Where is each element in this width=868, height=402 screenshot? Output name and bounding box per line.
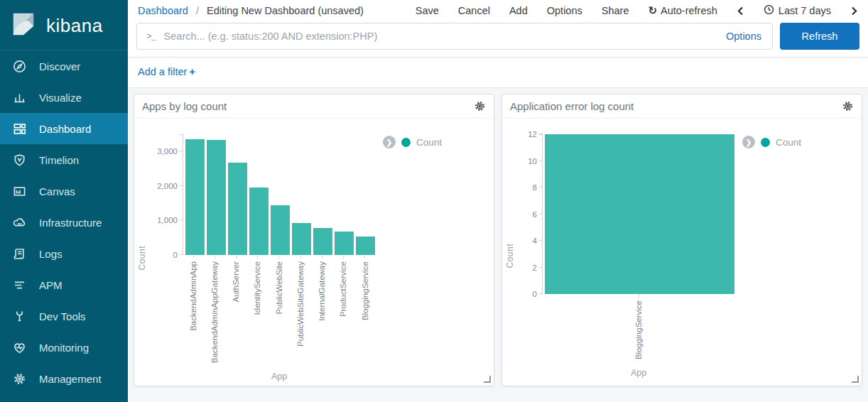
bar-IdentityService[interactable] xyxy=(249,188,268,255)
y-tick-mark xyxy=(539,187,543,188)
kibana-logo-icon xyxy=(10,11,37,40)
bar-PublicWebSiteGateway[interactable] xyxy=(292,223,311,255)
time-forward-chevron-right-icon[interactable] xyxy=(850,6,858,16)
plot-area xyxy=(542,134,735,294)
bar-BackendAdminApp[interactable] xyxy=(185,139,205,255)
filter-bar: Add a filter+ xyxy=(128,58,868,88)
x-axis-tick-labels: BloggingService xyxy=(542,294,735,359)
panel-header: Application error log count xyxy=(502,94,862,119)
x-axis-title: App xyxy=(542,368,735,378)
bar-PublicWebSite[interactable] xyxy=(271,205,290,255)
x-tick-mark xyxy=(215,256,215,259)
x-tick-mark xyxy=(322,256,322,259)
y-axis-top-tick-mark xyxy=(180,134,183,135)
x-tick-mark xyxy=(236,256,237,259)
refresh-circular-arrow-icon: ↻ xyxy=(648,4,657,17)
sidebar-item-management[interactable]: Management xyxy=(0,363,128,394)
save-button[interactable]: Save xyxy=(416,5,439,16)
x-tick-label: PublicWebSiteGateway xyxy=(296,261,305,347)
panel-apps-by-log-count: Apps by log count Count 01,0002,0003,000… xyxy=(134,94,494,386)
bar-BackendAdminAppGateway[interactable] xyxy=(207,140,226,255)
sidebar-item-dashboard[interactable]: Dashboard xyxy=(0,113,128,144)
options-menu-button[interactable]: Options xyxy=(547,5,582,16)
x-tick-cell: BloggingService xyxy=(542,295,735,359)
bar-BloggingService[interactable] xyxy=(356,237,375,255)
compass-icon xyxy=(12,59,26,73)
y-tick-mark xyxy=(180,151,183,151)
sidebar-item-monitoring[interactable]: Monitoring xyxy=(0,332,128,363)
cancel-button[interactable]: Cancel xyxy=(458,5,490,16)
panel-gear-icon[interactable] xyxy=(474,100,486,112)
y-axis-title: Count xyxy=(505,244,515,268)
sidebar-item-canvas[interactable]: Canvas xyxy=(0,175,128,207)
y-tick-label: 0 xyxy=(533,290,537,298)
chart-legend: ❯ Count xyxy=(742,134,801,148)
legend-series-dot-icon xyxy=(761,138,770,147)
sidebar-item-visualize[interactable]: Visualize xyxy=(0,82,128,113)
sidebar-item-timelion[interactable]: Timelion xyxy=(0,144,128,175)
search-input[interactable] xyxy=(164,31,718,42)
x-tick-cell: PublicWebSite xyxy=(268,256,290,363)
x-tick-cell: ProductService xyxy=(333,256,354,363)
panel-application-error-log-count: Application error log count Count 024681… xyxy=(501,94,862,386)
refresh-button[interactable]: Refresh xyxy=(780,23,859,50)
dashboard-grid-icon xyxy=(12,121,26,136)
bar-ProductService[interactable] xyxy=(335,232,354,255)
y-tick-mark xyxy=(180,254,183,255)
x-tick-cell: InternalGateway xyxy=(311,256,332,363)
time-range-picker[interactable]: Last 7 days xyxy=(764,4,831,17)
panel-resize-handle-icon[interactable] xyxy=(484,376,491,383)
y-axis-tick-labels: 01,0002,0003,000 xyxy=(150,134,183,255)
bar-chart-icon xyxy=(12,90,26,104)
legend-chevron-right-icon[interactable]: ❯ xyxy=(383,136,396,148)
search-bar-row: >_ Options Refresh xyxy=(128,20,868,57)
y-axis-title: Count xyxy=(137,246,147,271)
sidebar-item-label: Visualize xyxy=(39,92,82,104)
query-options-link[interactable]: Options xyxy=(726,31,763,42)
lines-icon xyxy=(12,278,26,292)
panel-gear-icon[interactable] xyxy=(842,100,854,112)
y-tick-label: 8 xyxy=(533,183,537,192)
y-tick-mark xyxy=(539,161,543,161)
x-tick-mark xyxy=(278,256,279,259)
panel-title: Application error log count xyxy=(510,100,634,112)
y-tick-label: 3,000 xyxy=(157,147,178,156)
bar-BloggingService[interactable] xyxy=(545,134,734,294)
y-tick-mark xyxy=(539,240,543,241)
kibana-logo[interactable]: kibana xyxy=(0,0,128,50)
sidebar-item-logs[interactable]: Logs xyxy=(0,238,128,269)
legend-series-label[interactable]: Count xyxy=(776,137,801,148)
sidebar-item-label: Dashboard xyxy=(39,123,91,135)
clock-icon xyxy=(764,4,774,17)
y-tick-label: 0 xyxy=(173,251,178,259)
legend-chevron-right-icon[interactable]: ❯ xyxy=(742,136,755,148)
bar-AuthServer[interactable] xyxy=(228,163,247,255)
bar-chart: Count 01,0002,0003,000 BackendAdminAppBa… xyxy=(134,119,494,381)
share-button[interactable]: Share xyxy=(602,5,629,16)
add-filter-link[interactable]: Add a filter+ xyxy=(138,66,195,77)
time-back-chevron-left-icon[interactable] xyxy=(737,6,744,16)
sidebar-item-infrastructure[interactable]: Infrastructure xyxy=(0,207,128,238)
wrench-icon xyxy=(12,309,26,323)
legend-series-label[interactable]: Count xyxy=(416,137,442,148)
panel-title: Apps by log count xyxy=(142,100,227,112)
sidebar-item-label: Dev Tools xyxy=(39,310,86,322)
scroll-icon xyxy=(12,246,26,261)
sidebar-item-label: Logs xyxy=(39,248,63,260)
app-title: kibana xyxy=(46,15,103,37)
sidebar-item-discover[interactable]: Discover xyxy=(0,50,128,82)
breadcrumb-dashboard-link[interactable]: Dashboard xyxy=(138,5,188,16)
y-tick-mark xyxy=(180,219,183,220)
auto-refresh-button[interactable]: ↻ Auto-refresh xyxy=(648,4,717,17)
x-tick-cell: BloggingService xyxy=(354,256,376,363)
y-tick-mark xyxy=(539,293,543,294)
y-tick-mark xyxy=(539,267,543,268)
panel-resize-handle-icon[interactable] xyxy=(852,376,859,383)
x-tick-mark xyxy=(639,295,639,298)
sidebar-item-apm[interactable]: APM xyxy=(0,269,128,300)
sidebar-item-dev-tools[interactable]: Dev Tools xyxy=(0,300,128,332)
bar-InternalGateway[interactable] xyxy=(313,228,332,255)
x-tick-mark xyxy=(343,256,344,259)
x-tick-label: BackendAdminApp xyxy=(189,261,198,331)
add-button[interactable]: Add xyxy=(509,5,528,16)
